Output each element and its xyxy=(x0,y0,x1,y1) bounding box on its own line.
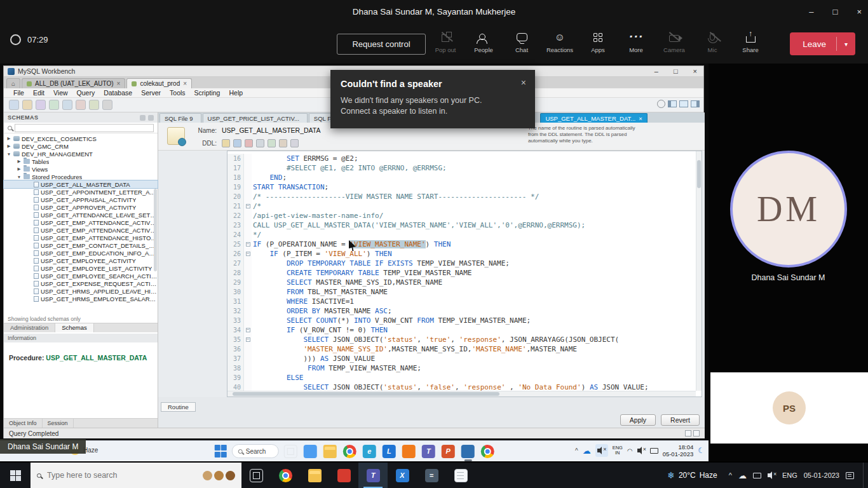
taskbar-search-box[interactable] xyxy=(31,463,241,488)
clock[interactable]: 18:04 05-01-2023 xyxy=(663,444,694,458)
tree-item[interactable]: USP_GET_EMP_EDUCATION_INFO_ACTIVITY xyxy=(4,249,158,257)
comment-icon[interactable] xyxy=(279,139,287,147)
expander-icon[interactable]: ▶ xyxy=(17,166,22,172)
fold-marker[interactable] xyxy=(244,373,252,383)
options-icon[interactable] xyxy=(290,139,299,147)
display-icon[interactable] xyxy=(753,473,761,478)
file-explorer-icon[interactable] xyxy=(323,445,337,458)
code-line[interactable]: 24 */ xyxy=(227,230,696,240)
expander-icon[interactable]: ▶ xyxy=(6,136,11,141)
code-line[interactable]: 27 DROP TEMPORARY TABLE IF EXISTS TEMP_V… xyxy=(227,259,696,268)
tree-item[interactable]: USP_GET_EMPLOYEE_LIST_ACTIVITY xyxy=(4,264,158,272)
code-line[interactable]: 39 ELSE xyxy=(227,373,696,383)
code-line[interactable]: 35 − SELECT JSON_OBJECT('status', 'true'… xyxy=(227,335,696,344)
fold-marker[interactable] xyxy=(244,211,252,220)
tree-item[interactable]: ▼ Stored Procedures xyxy=(4,173,158,180)
new-function-icon[interactable] xyxy=(89,100,99,110)
expander-icon[interactable]: ▼ xyxy=(6,152,11,156)
tree-item[interactable]: USP_GET_APPRAISAL_ACTIVITY xyxy=(4,196,158,203)
editor-tab[interactable]: SQL File 9 xyxy=(159,113,201,123)
fold-marker[interactable] xyxy=(244,287,252,297)
ddl-code-editor[interactable]: 16 SET ERRMSG = @E2; 17 #SELECT @E1, @E2… xyxy=(227,151,702,397)
tree-item[interactable]: ▶ Tables xyxy=(4,158,158,165)
tray-chevron-icon[interactable]: ^ xyxy=(575,447,578,454)
vertical-scrollbar[interactable] xyxy=(696,151,702,391)
code-line[interactable]: 22 /api-get-view-master-name-info/ xyxy=(227,211,696,220)
minimize-window-icon[interactable]: – xyxy=(809,7,813,17)
routine-tab[interactable]: Routine xyxy=(161,402,196,412)
fold-marker[interactable] xyxy=(244,154,252,163)
sidebar-bottom-tab[interactable]: Session xyxy=(43,419,74,428)
teams-icon[interactable]: T xyxy=(358,463,388,488)
self-view-tile[interactable]: PS xyxy=(710,372,868,444)
task-view-icon[interactable] xyxy=(241,463,271,488)
do-not-disturb-icon[interactable]: ☾ xyxy=(698,446,705,455)
code-line[interactable]: 32 ORDER BY MASTER_NAME ASC; xyxy=(227,306,696,316)
chrome-profile-icon[interactable] xyxy=(481,445,494,458)
tree-item[interactable]: ▶ Views xyxy=(4,165,158,173)
fold-marker[interactable]: − xyxy=(244,325,252,335)
tree-item[interactable]: ▶ DEV_EXCEL_COSMETICS xyxy=(4,135,158,142)
fold-marker[interactable] xyxy=(244,268,252,278)
apps-button[interactable]: Apps xyxy=(583,28,613,53)
chrome-icon[interactable] xyxy=(271,463,300,488)
menu-item[interactable]: Scripting xyxy=(190,89,225,97)
expander-icon[interactable]: ▶ xyxy=(17,159,22,164)
code-line[interactable]: 16 SET ERRMSG = @E2; xyxy=(227,154,696,163)
tree-item[interactable]: USP_GET_EXPENSE_REQUEST_ACTIVITY xyxy=(4,280,158,287)
save-icon[interactable] xyxy=(233,139,241,147)
close-tab-icon[interactable]: × xyxy=(639,115,642,122)
volume-muted-icon[interactable] xyxy=(768,473,770,477)
code-line[interactable]: 30 FROM TBL_MST_MASTER_NAME xyxy=(227,287,696,297)
panel-toggle-icon[interactable] xyxy=(693,430,700,437)
maximize-window-icon[interactable]: □ xyxy=(833,7,838,17)
calculator-icon[interactable]: = xyxy=(417,463,446,488)
code-line[interactable]: 25 − IF (P_OPERATION_NAME = 'VIEW_MASTER… xyxy=(227,240,696,249)
code-line[interactable]: 38 FROM TEMP_VIEW_MASTER_NAME; xyxy=(227,363,696,373)
fold-marker[interactable] xyxy=(244,383,252,391)
sidebar-panel-tab[interactable]: Schemas xyxy=(55,323,94,332)
teams-icon[interactable]: T xyxy=(422,445,435,458)
code-line[interactable]: 17 #SELECT @E1, @E2 INTO @ERRNO, @ERRMSG… xyxy=(227,163,696,173)
new-query-tab-icon[interactable] xyxy=(9,100,19,110)
tree-item[interactable]: ▼ DEV_HR_MANAGEMENT xyxy=(4,150,158,158)
close-tab-icon[interactable]: × xyxy=(183,80,187,87)
menu-item[interactable]: View xyxy=(49,89,72,97)
menu-item[interactable]: Edit xyxy=(29,89,49,97)
clock[interactable]: 05-01-2023 xyxy=(804,471,839,479)
wb-close-icon[interactable]: × xyxy=(693,67,697,75)
code-line[interactable]: 36 'MASTER_NAME_SYS_ID',MASTER_NAME_SYS_… xyxy=(227,344,696,354)
tree-item[interactable]: USP_GET_EMP_ATTENDANCE_ACTIVITY xyxy=(4,219,158,226)
wifi-icon[interactable]: ◠ xyxy=(627,447,633,454)
expander-icon[interactable]: ▼ xyxy=(17,175,22,179)
close-window-icon[interactable]: × xyxy=(857,7,862,17)
fold-marker[interactable] xyxy=(244,220,252,230)
search-input[interactable] xyxy=(47,471,197,480)
grid-toggle-icon[interactable] xyxy=(685,430,691,437)
reactions-button[interactable]: Reactions xyxy=(545,28,574,53)
schema-filter-input[interactable] xyxy=(15,124,154,132)
search-highlight-icons[interactable] xyxy=(203,471,235,480)
firefox-icon[interactable] xyxy=(402,445,416,458)
tree-item[interactable]: USP_GET_EMP_CONTACT_DETAILS_ACTIVITY xyxy=(4,241,158,249)
new-view-icon[interactable] xyxy=(62,100,72,110)
fold-marker[interactable]: − xyxy=(244,335,252,344)
sidebar-panel-tab[interactable]: Administration xyxy=(4,323,55,332)
tree-item[interactable]: USP_GET_EMP_ATTENDANCE_HISTORY_ACTI... xyxy=(4,234,158,241)
new-schema-icon[interactable] xyxy=(36,100,46,110)
notepad-icon[interactable] xyxy=(446,463,475,488)
sidebar-scrollbar[interactable] xyxy=(154,189,157,271)
code-line[interactable]: 40 SELECT JSON_OBJECT('status', 'false',… xyxy=(227,383,696,391)
close-tab-icon[interactable]: × xyxy=(117,80,121,87)
code-line[interactable]: 28 CREATE TEMPORARY TABLE TEMP_VIEW_MAST… xyxy=(227,268,696,278)
code-line[interactable]: 23 CALL USP_GET_ALL_MASTER_DATA('VIEW_MA… xyxy=(227,220,696,230)
speaker-muted-icon[interactable] xyxy=(595,444,608,457)
action-center-icon[interactable] xyxy=(846,472,854,479)
fold-marker[interactable]: − xyxy=(244,201,252,211)
teams-chat-icon[interactable] xyxy=(304,445,317,458)
toggle-sidebar-icon[interactable] xyxy=(668,100,677,107)
fold-marker[interactable]: − xyxy=(244,249,252,259)
chat-button[interactable]: Chat xyxy=(507,28,536,53)
connection-tab[interactable]: ALL_DB (UAT_LEK_AUTO) × xyxy=(22,78,125,88)
tree-item[interactable]: USP_GET_HRMS_EMPLOYEE_SALARY_SLIP_A... xyxy=(4,295,158,302)
